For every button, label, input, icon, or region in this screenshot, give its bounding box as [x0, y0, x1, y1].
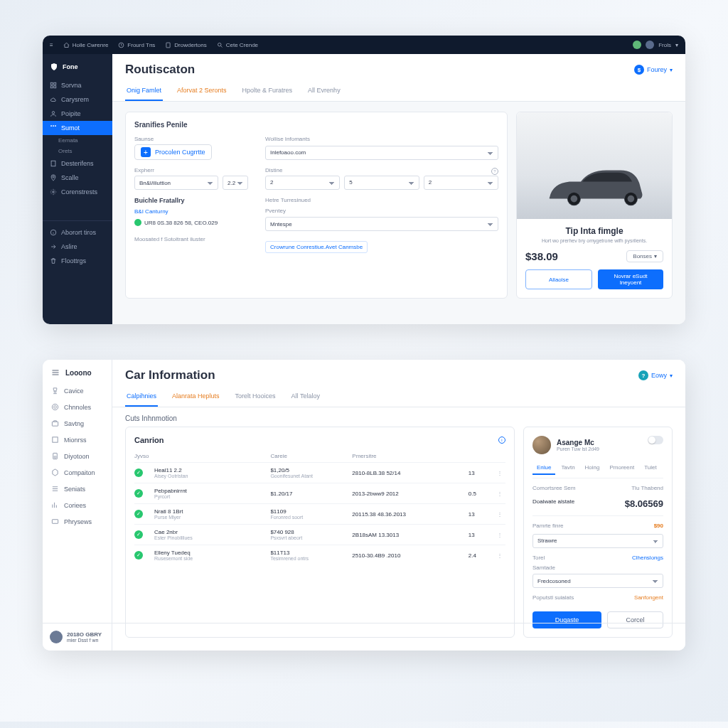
- check-icon: ✓: [134, 469, 143, 477]
- nav-foot-3[interactable]: Floottrgs: [43, 254, 112, 268]
- table-row[interactable]: ✓Elleny TuedeqRusesemont side$11T13Tesim…: [134, 545, 505, 565]
- nav-corenstrests[interactable]: Corenstrests: [43, 185, 112, 199]
- profile-select-1[interactable]: Strawre: [532, 534, 663, 548]
- svg-rect-11: [51, 161, 55, 166]
- more-icon[interactable]: ⋮: [494, 532, 505, 538]
- source-button[interactable]: +Procolen Cugrrtte: [134, 144, 212, 160]
- topbar-item-1[interactable]: Frourd Tns: [118, 42, 155, 48]
- table-title: Canrion: [134, 436, 164, 444]
- num-select-4[interactable]: 2: [424, 176, 498, 190]
- content-row: Sranifies Penile Saunse +Procolen Cugrrt…: [112, 102, 685, 309]
- table-row[interactable]: ✓Heal11 2.2Aisey Ootristan$1,20/5Goonife…: [134, 462, 505, 483]
- link-1[interactable]: Clhenslongs: [632, 555, 663, 561]
- nav-desterifens[interactable]: Desterifens: [43, 156, 112, 171]
- topbar-label: Drowdertons: [174, 42, 206, 48]
- vehicle-card: Tip Inta fimgle Hort wo prerhev bry omyg…: [516, 112, 673, 299]
- lnav-1[interactable]: Chnnoles: [43, 399, 112, 415]
- nav-scalle[interactable]: Scalle: [43, 171, 112, 185]
- website-select[interactable]: Inlefoaoo.com: [265, 146, 498, 160]
- priority-select[interactable]: Mntespe: [265, 217, 498, 231]
- inline-link[interactable]: Crowrune Conrestiue.Avet Canmsbe: [265, 241, 368, 253]
- vehicle-price: $38.09: [525, 250, 558, 262]
- form-card: Sranifies Penile Saunse +Procolen Cugrrt…: [125, 112, 508, 299]
- nav-sub-1[interactable]: Eemata: [43, 135, 112, 146]
- tab-2[interactable]: Aforvat 2 Seronts: [176, 82, 228, 101]
- chevron-down-icon[interactable]: ▾: [675, 42, 678, 48]
- history-link[interactable]: B&I Canturny: [134, 208, 248, 215]
- lnav-6[interactable]: Seniats: [43, 481, 112, 497]
- tab-1[interactable]: Onig Famlet: [125, 82, 163, 101]
- lnav-3[interactable]: Mionrss: [43, 432, 112, 448]
- link-2[interactable]: Sanfongent: [634, 594, 663, 601]
- nav-carysrem[interactable]: Carysrem: [43, 92, 112, 107]
- tab-4[interactable]: All Evrenhy: [306, 82, 342, 101]
- lnav-2[interactable]: Savtng: [43, 415, 112, 432]
- tab-3[interactable]: Hpolte & Furatres: [241, 82, 294, 101]
- nav-active[interactable]: Sumot: [43, 121, 112, 135]
- table-row[interactable]: ✓Cae 2nbrEster Pinobllllues$740 928Psxsv…: [134, 524, 505, 545]
- topbar-item-3[interactable]: Cete Crende: [217, 42, 258, 48]
- lnav-0[interactable]: Cavice: [43, 382, 112, 399]
- topbar-item-home[interactable]: Holle Cwrenre: [63, 42, 109, 48]
- tab2-4[interactable]: All Telaloy: [290, 388, 321, 407]
- info-icon: [50, 229, 57, 236]
- topbar-right: Frols ▾: [633, 41, 678, 49]
- lnav-7[interactable]: Coriees: [43, 497, 112, 513]
- app-body: Fone Sorvna Carysrem Poipite Sumot Eemat…: [43, 54, 685, 324]
- num-select-1[interactable]: 2.2: [223, 176, 248, 190]
- tab2-1[interactable]: Calpihnies: [125, 388, 158, 407]
- more-icon[interactable]: ⋮: [494, 511, 505, 518]
- more-icon[interactable]: ⋮: [494, 552, 505, 559]
- brand[interactable]: Looono: [43, 363, 112, 382]
- table-row[interactable]: ✓PebpabnirrntPyrcort$1.20/172013-2bww9 2…: [134, 483, 505, 503]
- ptab-3[interactable]: Pmoreent: [606, 461, 639, 475]
- topbar-label: Frourd Tns: [127, 42, 155, 48]
- help-icon[interactable]: ?: [491, 168, 498, 175]
- ptab-4[interactable]: Tulet: [640, 461, 661, 475]
- profile-toggle[interactable]: [648, 436, 663, 444]
- check-icon: ✓: [134, 530, 143, 539]
- hamburger-menu[interactable]: ≡: [50, 42, 53, 48]
- table: Jyvso Careie Pmersitre ✓Heal11 2.2Aisey …: [134, 450, 505, 565]
- footer-avatar: [50, 631, 63, 643]
- user-footer[interactable]: 2018O GBRYmier Dsst f wn: [43, 623, 685, 651]
- more-icon[interactable]: ⋮: [494, 470, 505, 476]
- logo-text: Fone: [63, 63, 78, 70]
- logo[interactable]: Fone: [43, 58, 112, 78]
- info-icon[interactable]: i: [498, 437, 505, 444]
- app-window-bottom: Looono Cavice Chnnoles Savtng Mionrss Di…: [43, 360, 685, 651]
- nav-poipite[interactable]: Poipite: [43, 107, 112, 121]
- header-action[interactable]: $Fourey▾: [634, 65, 673, 75]
- lnav-4[interactable]: Diyotoon: [43, 448, 112, 464]
- profile-select-2[interactable]: Fredcosoned: [532, 574, 663, 588]
- header-action-2[interactable]: ?Eowy▾: [638, 370, 673, 380]
- table-row[interactable]: ✓Nrati 8 1BrtPurse Mlyer$1109Foronred so…: [134, 503, 505, 524]
- ptab-2[interactable]: Hoing: [581, 461, 604, 475]
- options-button[interactable]: Bonses▾: [626, 250, 663, 262]
- topbar-item-2[interactable]: Drowdertons: [165, 42, 206, 48]
- num-select-3[interactable]: 5: [344, 176, 419, 190]
- vehicle-sub: Hort wo prerhev bry omygetrone wifh pysr…: [525, 238, 663, 243]
- svg-point-18: [628, 196, 635, 203]
- nav-sub-2[interactable]: Orets: [43, 146, 112, 156]
- lnav-8[interactable]: Phrysews: [43, 513, 112, 530]
- lnav-5[interactable]: Compaiton: [43, 464, 112, 481]
- user-avatar[interactable]: [646, 41, 654, 49]
- topbar-label: Holle Cwrenre: [73, 42, 109, 48]
- arrow-icon: [50, 243, 57, 250]
- ptab-0[interactable]: Enlue: [532, 461, 555, 475]
- status-avatar[interactable]: [633, 41, 641, 49]
- action-button-1[interactable]: Allaolse: [525, 269, 592, 289]
- tab2-3[interactable]: Torelt Hooices: [234, 388, 277, 407]
- nav-sorvna[interactable]: Sorvna: [43, 78, 112, 92]
- ptab-1[interactable]: Tavtn: [557, 461, 579, 475]
- tab2-2[interactable]: Alanrata Hepluts: [171, 388, 221, 407]
- num-select-2[interactable]: 2: [265, 176, 340, 190]
- nav-foot-1[interactable]: Aborort tiros: [43, 225, 112, 240]
- more-icon[interactable]: ⋮: [494, 491, 505, 497]
- nav-foot-2[interactable]: Aslire: [43, 240, 112, 254]
- action-button-2[interactable]: Novrar eSudt Ineyoent: [598, 269, 663, 289]
- depart-select[interactable]: Bn&l/iliuttion: [134, 176, 218, 190]
- sidebar: Fone Sorvna Carysrem Poipite Sumot Eemat…: [43, 54, 112, 324]
- website-label: Wollise Infomants: [265, 136, 498, 142]
